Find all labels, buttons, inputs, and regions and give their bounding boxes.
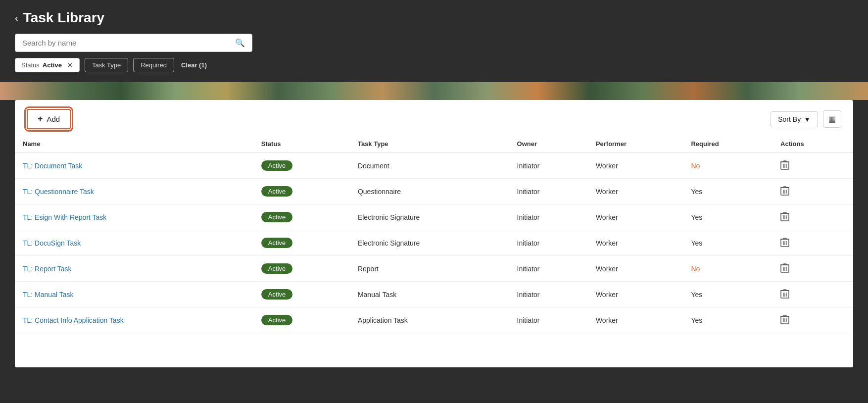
toolbar-right: Sort By ▼ ▦ <box>771 110 841 128</box>
task-name-link[interactable]: TL: Esign With Report Task <box>23 213 106 221</box>
search-icon: 🔍 <box>235 38 245 48</box>
delete-icon[interactable] <box>780 314 789 324</box>
task-name-link[interactable]: TL: Manual Task <box>23 291 73 299</box>
sort-dropdown-icon: ▼ <box>804 115 811 123</box>
cell-actions <box>772 230 853 256</box>
table-header-row: Name Status Task Type Owner Performer Re… <box>15 135 853 153</box>
plus-icon: + <box>38 114 43 124</box>
search-input[interactable] <box>22 39 235 47</box>
table-header: Name Status Task Type Owner Performer Re… <box>15 135 853 153</box>
delete-icon[interactable] <box>780 289 789 299</box>
cell-name: TL: Document Task <box>15 153 253 179</box>
cell-required: Yes <box>683 179 772 204</box>
cell-owner: Initiator <box>509 204 588 230</box>
cell-required: No <box>683 256 772 282</box>
cell-owner: Initiator <box>509 179 588 204</box>
col-performer: Performer <box>588 135 683 153</box>
cell-performer: Worker <box>588 204 683 230</box>
cell-actions <box>772 307 853 333</box>
add-label: Add <box>47 115 60 123</box>
search-row: 🔍 <box>15 34 853 52</box>
delete-icon[interactable] <box>780 263 789 273</box>
task-name-link[interactable]: TL: Document Task <box>23 162 82 170</box>
cell-performer: Worker <box>588 307 683 333</box>
table-row: TL: Esign With Report TaskActiveElectron… <box>15 204 853 230</box>
cell-actions <box>772 153 853 179</box>
delete-icon[interactable] <box>780 211 789 221</box>
cell-name: TL: Report Task <box>15 256 253 282</box>
status-badge: Active <box>261 238 292 248</box>
chip-status-value: Active <box>43 61 62 69</box>
table-row: TL: Report TaskActiveReportInitiatorWork… <box>15 256 853 282</box>
required-filter-button[interactable]: Required <box>133 58 174 72</box>
col-status: Status <box>253 135 350 153</box>
cell-task-type: Manual Task <box>350 282 509 307</box>
cell-name: TL: Esign With Report Task <box>15 204 253 230</box>
title-row: ‹ Task Library <box>15 10 853 26</box>
cell-task-type: Electronic Signature <box>350 230 509 256</box>
cell-task-type: Electronic Signature <box>350 204 509 230</box>
main-content: + Add Sort By ▼ ▦ Name Status Task Type … <box>15 100 853 367</box>
toolbar-row: + Add Sort By ▼ ▦ <box>15 100 853 135</box>
sort-by-button[interactable]: Sort By ▼ <box>771 111 818 127</box>
cell-actions <box>772 256 853 282</box>
page-title: Task Library <box>23 10 104 26</box>
cell-actions <box>772 179 853 204</box>
table-row: TL: Contact Info Application TaskActiveA… <box>15 307 853 333</box>
cell-status: Active <box>253 256 350 282</box>
delete-icon[interactable] <box>780 160 789 170</box>
cell-owner: Initiator <box>509 230 588 256</box>
status-badge: Active <box>261 186 292 197</box>
task-name-link[interactable]: TL: Report Task <box>23 265 72 273</box>
delete-icon[interactable] <box>780 186 789 196</box>
col-task-type: Task Type <box>350 135 509 153</box>
chip-status-label: Status <box>21 61 40 69</box>
cell-owner: Initiator <box>509 256 588 282</box>
cell-required: Yes <box>683 282 772 307</box>
columns-toggle-button[interactable]: ▦ <box>823 110 841 128</box>
table-row: TL: Document TaskActiveDocumentInitiator… <box>15 153 853 179</box>
cell-owner: Initiator <box>509 153 588 179</box>
col-actions: Actions <box>772 135 853 153</box>
status-filter-chip[interactable]: Status Active ✕ <box>15 58 80 72</box>
cell-performer: Worker <box>588 179 683 204</box>
task-type-filter-button[interactable]: Task Type <box>85 58 128 72</box>
cell-name: TL: DocuSign Task <box>15 230 253 256</box>
filter-row: Status Active ✕ Task Type Required Clear… <box>15 58 853 72</box>
task-name-link[interactable]: TL: Contact Info Application Task <box>23 316 124 324</box>
cell-name: TL: Contact Info Application Task <box>15 307 253 333</box>
status-badge: Active <box>261 289 292 300</box>
task-name-link[interactable]: TL: DocuSign Task <box>23 239 81 247</box>
table-row: TL: Questionnaire TaskActiveQuestionnair… <box>15 179 853 204</box>
col-owner: Owner <box>509 135 588 153</box>
cell-owner: Initiator <box>509 282 588 307</box>
task-name-link[interactable]: TL: Questionnaire Task <box>23 188 94 196</box>
banner-strip <box>0 82 868 100</box>
cell-task-type: Application Task <box>350 307 509 333</box>
cell-performer: Worker <box>588 256 683 282</box>
cell-actions <box>772 204 853 230</box>
status-badge: Active <box>261 315 292 325</box>
cell-actions <box>772 282 853 307</box>
table-row: TL: DocuSign TaskActiveElectronic Signat… <box>15 230 853 256</box>
cell-name: TL: Questionnaire Task <box>15 179 253 204</box>
status-badge: Active <box>261 160 292 171</box>
task-table: Name Status Task Type Owner Performer Re… <box>15 135 853 333</box>
add-button[interactable]: + Add <box>27 109 71 129</box>
cell-performer: Worker <box>588 230 683 256</box>
col-name: Name <box>15 135 253 153</box>
delete-icon[interactable] <box>780 237 789 247</box>
table-body: TL: Document TaskActiveDocumentInitiator… <box>15 153 853 333</box>
cell-name: TL: Manual Task <box>15 282 253 307</box>
cell-task-type: Document <box>350 153 509 179</box>
status-badge: Active <box>261 212 292 222</box>
status-badge: Active <box>261 263 292 274</box>
clear-filters-button[interactable]: Clear (1) <box>179 58 209 72</box>
header-area: ‹ Task Library 🔍 Status Active ✕ Task Ty… <box>0 0 868 82</box>
back-button[interactable]: ‹ <box>15 12 18 24</box>
cell-required: Yes <box>683 307 772 333</box>
cell-status: Active <box>253 282 350 307</box>
cell-owner: Initiator <box>509 307 588 333</box>
chip-close-icon[interactable]: ✕ <box>67 61 73 69</box>
search-box: 🔍 <box>15 34 252 52</box>
